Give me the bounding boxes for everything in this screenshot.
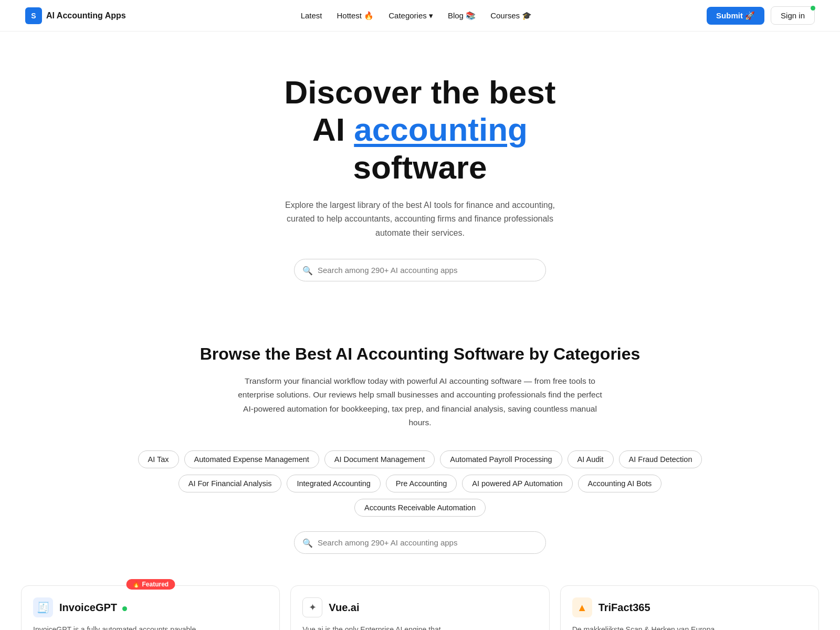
card-avatar: ✦: [302, 597, 322, 617]
tag-ar-automation[interactable]: Accounts Receivable Automation: [354, 499, 486, 517]
categories-title: Browse the Best AI Accounting Software b…: [13, 344, 827, 364]
signin-button[interactable]: Sign in: [771, 6, 815, 25]
featured-badge: 🔥 Featured: [126, 579, 175, 590]
card-header: 🧾 InvoiceGPT: [33, 597, 268, 617]
tag-accounting-bots[interactable]: Accounting AI Bots: [578, 475, 662, 492]
logo-text: AI Accounting Apps: [46, 11, 126, 20]
card-desc: InvoiceGPT is a fully automated accounts…: [33, 624, 268, 630]
hero-subtitle: Explore the largest library of the best …: [284, 198, 556, 240]
card-header: ▲ TriFact365: [572, 597, 807, 617]
tag-doc-mgmt[interactable]: AI Document Management: [324, 450, 435, 468]
categories-subtitle: Transform your financial workflow today …: [236, 374, 604, 429]
card-avatar: 🧾: [33, 597, 53, 617]
online-dot: [122, 606, 127, 611]
signin-online-dot: [811, 6, 815, 10]
tags-row-3: Accounts Receivable Automation: [13, 499, 827, 517]
tag-pre-accounting[interactable]: Pre Accounting: [386, 475, 457, 492]
nav-links: Latest Hottest 🔥 Categories ▾ Blog 📚 Cou…: [301, 11, 532, 20]
nav-blog[interactable]: Blog 📚: [448, 11, 476, 20]
logo[interactable]: S AI Accounting Apps: [25, 7, 126, 24]
card-vueai[interactable]: ✦ Vue.ai Vue.ai is the only Enterprise A…: [290, 585, 549, 630]
hero-search-wrap: 🔍: [294, 259, 546, 281]
tag-expense-mgmt[interactable]: Automated Expense Management: [184, 450, 319, 468]
submit-button[interactable]: Submit 🚀: [707, 7, 764, 25]
hero-search-input[interactable]: [294, 259, 546, 281]
tag-fraud-detection[interactable]: AI Fraud Detection: [619, 450, 702, 468]
logo-icon: S: [25, 7, 42, 24]
nav-categories[interactable]: Categories ▾: [388, 11, 433, 20]
card-title: TriFact365: [598, 602, 650, 614]
card-trifact365[interactable]: ▲ TriFact365 De makkelijkste Scan & Herk…: [560, 585, 819, 630]
tag-financial-analysis[interactable]: AI For Financial Analysis: [178, 475, 282, 492]
nav-right: Submit 🚀 Sign in: [707, 6, 815, 25]
tag-integrated-accounting[interactable]: Integrated Accounting: [287, 475, 380, 492]
navbar: S AI Accounting Apps Latest Hottest 🔥 Ca…: [0, 0, 840, 32]
nav-courses[interactable]: Courses 🎓: [490, 11, 532, 20]
card-desc: Vue.ai is the only Enterprise AI engine …: [302, 624, 537, 630]
cards-section: 🔥 Featured 🧾 InvoiceGPT InvoiceGPT is a …: [0, 575, 840, 630]
tag-ap-automation[interactable]: AI powered AP Automation: [462, 475, 572, 492]
card-invoicegpt[interactable]: 🔥 Featured 🧾 InvoiceGPT InvoiceGPT is a …: [21, 585, 280, 630]
nav-hottest[interactable]: Hottest 🔥: [337, 11, 374, 20]
tags-row-1: AI Tax Automated Expense Management AI D…: [13, 450, 827, 468]
nav-latest[interactable]: Latest: [301, 11, 322, 20]
card-header: ✦ Vue.ai: [302, 597, 537, 617]
tag-ai-tax[interactable]: AI Tax: [138, 450, 179, 468]
categories-section: Browse the Best AI Accounting Software b…: [0, 313, 840, 575]
card-title: InvoiceGPT: [59, 602, 127, 614]
card-desc: De makkelijkste Scan & Herken van Europa…: [572, 624, 807, 630]
card-avatar: ▲: [572, 597, 592, 617]
hero-section: Discover the best AI accounting software…: [0, 32, 840, 313]
tag-payroll[interactable]: Automated Payroll Processing: [440, 450, 562, 468]
categories-search-input[interactable]: [294, 531, 546, 554]
hero-heading: Discover the best AI accounting software: [13, 74, 827, 186]
card-title: Vue.ai: [329, 602, 359, 614]
categories-search-wrap: 🔍: [294, 531, 546, 554]
tags-row-2: AI For Financial Analysis Integrated Acc…: [13, 475, 827, 492]
tag-audit[interactable]: AI Audit: [568, 450, 614, 468]
